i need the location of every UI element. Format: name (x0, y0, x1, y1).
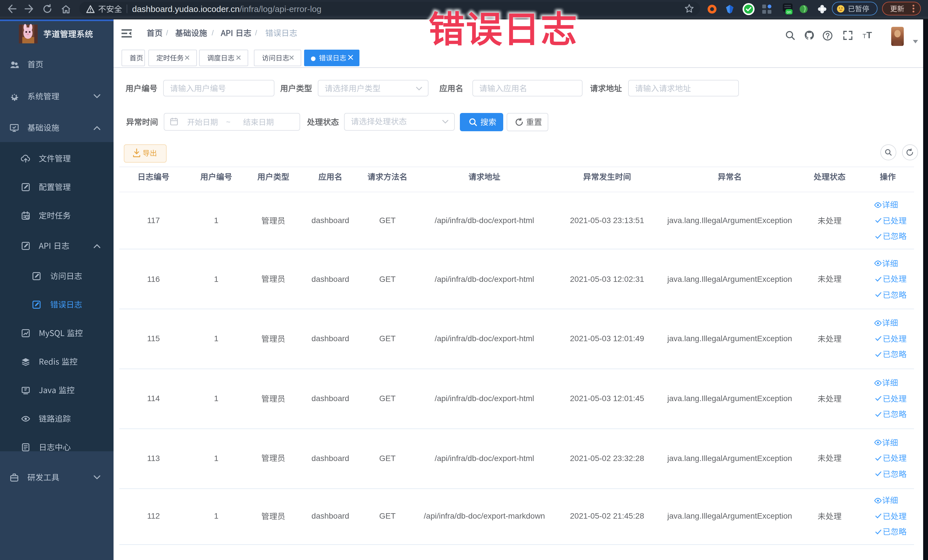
svg-text:on: on (786, 9, 791, 14)
